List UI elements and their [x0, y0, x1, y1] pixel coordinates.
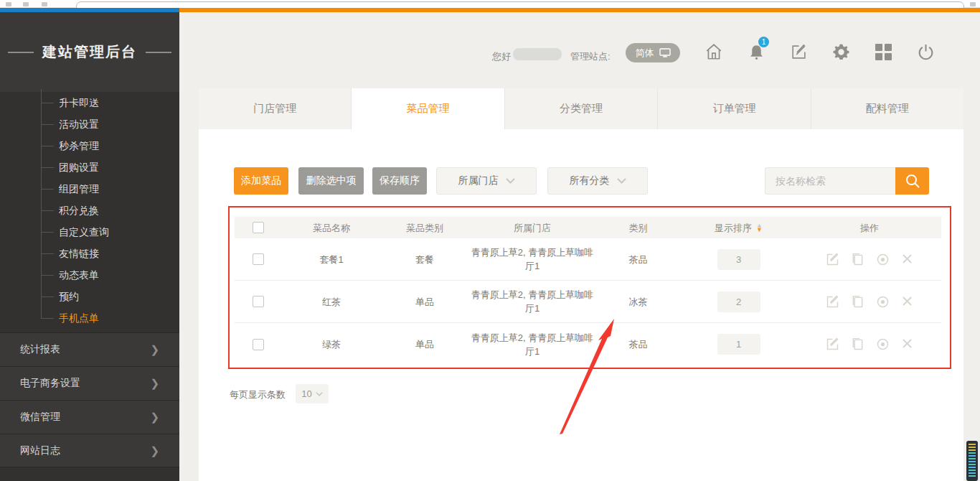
sidebar-section-ecommerce[interactable]: 电子商务设置 ❯	[0, 366, 179, 400]
category-filter-dropdown[interactable]: 所有分类	[547, 167, 648, 195]
notification-badge: 1	[758, 37, 769, 47]
dish-store: 青青原上草2, 青青原上草咖啡厅1	[468, 331, 597, 358]
dish-name: 套餐1	[281, 253, 382, 266]
select-all-checkbox[interactable]	[253, 222, 264, 233]
dish-type: 单品	[382, 295, 468, 309]
table-row: 绿茶 单品 青青原上草2, 青青原上草咖啡厅1 茶品 1	[235, 323, 941, 365]
view-icon[interactable]	[875, 337, 890, 352]
save-order-button[interactable]: 保存顺序	[372, 167, 427, 195]
row-checkbox[interactable]	[253, 339, 264, 350]
row-checkbox[interactable]	[253, 253, 264, 265]
sidebar-submenu: 升卡即送 活动设置 秒杀管理 团购设置 组团管理 积分兑换 自定义查询 友情链接…	[0, 92, 179, 329]
copy-icon[interactable]	[850, 294, 865, 309]
edit-icon[interactable]	[825, 337, 840, 352]
col-sort-order[interactable]: 显示排序 ▲ ▼	[679, 221, 798, 235]
store-filter-dropdown[interactable]: 所属门店	[436, 167, 537, 195]
sidebar-item-mobile-order[interactable]: 手机点单	[0, 307, 179, 329]
edit-icon[interactable]	[825, 294, 840, 309]
home-icon[interactable]	[702, 39, 726, 64]
tab-category-management[interactable]: 分类管理	[505, 88, 658, 129]
sidebar-section-wechat[interactable]: 微信管理 ❯	[0, 400, 179, 434]
col-store: 所属门店	[468, 221, 597, 235]
browser-menu-icon[interactable]	[970, 2, 976, 6]
title-dash-left	[8, 52, 34, 53]
language-pill[interactable]: 简体	[626, 43, 680, 62]
table-header-row: 菜品名称 菜品类别 所属门店 类别 显示排序 ▲ ▼ 操作	[235, 217, 941, 238]
search-button[interactable]	[895, 167, 929, 195]
sidebar-item-booking[interactable]: 预约	[0, 286, 179, 307]
sidebar-item-groupbuy[interactable]: 团购设置	[0, 157, 179, 178]
sort-order-input[interactable]: 2	[717, 291, 760, 312]
dish-category: 冰茶	[597, 295, 679, 309]
dish-table: 菜品名称 菜品类别 所属门店 类别 显示排序 ▲ ▼ 操作 套餐1 套餐 青青原…	[235, 217, 941, 365]
sort-order-input[interactable]: 3	[717, 249, 760, 270]
chevron-right-icon: ❯	[150, 444, 159, 457]
row-checkbox[interactable]	[253, 296, 264, 307]
sidebar-item-dynamic-form[interactable]: 动态表单	[0, 264, 179, 286]
sidebar-section-sitelog[interactable]: 网站日志 ❯	[0, 434, 179, 467]
browser-refresh-icon[interactable]	[42, 2, 47, 6]
monitor-icon	[659, 48, 671, 57]
gear-icon[interactable]	[829, 39, 853, 64]
taskbar-mini-widget[interactable]	[966, 441, 978, 481]
top-header: 您好 管理站点: 简体 1	[179, 12, 980, 88]
title-dash-right	[146, 52, 171, 53]
table-row: 红茶 单品 青青原上草2, 青青原上草咖啡厅1 冰茶 2	[235, 281, 941, 323]
browser-chrome	[0, 0, 980, 8]
delete-selected-button[interactable]: 删除选中项	[298, 167, 364, 195]
app-title: 建站管理后台	[8, 42, 171, 62]
username-redacted	[513, 48, 562, 60]
dish-name: 绿茶	[281, 337, 382, 351]
sort-arrows-icon[interactable]: ▲ ▼	[756, 223, 763, 232]
browser-back-icon[interactable]	[6, 2, 11, 6]
sidebar-item-team[interactable]: 组团管理	[0, 178, 179, 200]
dish-category: 茶品	[597, 253, 679, 266]
chevron-right-icon: ❯	[150, 411, 159, 424]
view-icon[interactable]	[875, 252, 890, 267]
browser-forward-icon[interactable]	[23, 2, 29, 6]
tab-ingredient-management[interactable]: 配料管理	[811, 88, 963, 129]
chevron-right-icon: ❯	[150, 343, 159, 356]
sidebar-item-custom-query[interactable]: 自定义查询	[0, 221, 179, 243]
tab-dish-management[interactable]: 菜品管理	[352, 88, 504, 129]
view-icon[interactable]	[875, 294, 890, 309]
search-icon	[905, 173, 920, 189]
delete-icon[interactable]	[900, 337, 914, 350]
sidebar-item-links[interactable]: 友情链接	[0, 243, 179, 264]
sidebar-item-seckill[interactable]: 秒杀管理	[0, 135, 179, 157]
bell-icon[interactable]: 1	[744, 39, 768, 64]
dish-type: 套餐	[382, 253, 468, 266]
add-dish-button[interactable]: 添加菜品	[234, 167, 288, 195]
tab-store-management[interactable]: 门店管理	[199, 88, 352, 129]
edit-icon[interactable]	[825, 252, 840, 267]
page-size-select[interactable]: 10	[296, 384, 329, 403]
dish-category: 茶品	[597, 337, 679, 351]
dish-name: 红茶	[281, 295, 382, 309]
copy-icon[interactable]	[850, 337, 865, 352]
tab-bar: 门店管理 菜品管理 分类管理 订单管理 配料管理	[199, 88, 963, 129]
chevron-down-icon	[506, 178, 515, 184]
tab-order-management[interactable]: 订单管理	[658, 88, 811, 129]
table-row: 套餐1 套餐 青青原上草2, 青青原上草咖啡厅1 茶品 3	[235, 238, 941, 281]
search-input[interactable]	[765, 167, 895, 195]
power-icon[interactable]	[913, 39, 938, 64]
col-category: 类别	[597, 221, 679, 235]
copy-icon[interactable]	[850, 252, 865, 267]
delete-icon[interactable]	[900, 252, 914, 266]
mini-widget-stripes	[969, 444, 976, 478]
col-dish-type: 菜品类别	[382, 221, 468, 235]
delete-icon[interactable]	[900, 294, 914, 308]
col-actions: 操作	[798, 221, 941, 235]
sidebar: 建站管理后台 升卡即送 活动设置 秒杀管理 团购设置 组团管理 积分兑换 自定义…	[0, 12, 179, 481]
dish-store: 青青原上草2, 青青原上草咖啡厅1	[468, 288, 597, 315]
sidebar-item-activity[interactable]: 活动设置	[0, 113, 179, 135]
apps-grid-icon[interactable]	[871, 39, 895, 64]
sort-order-input[interactable]: 1	[717, 334, 760, 355]
sidebar-item-points[interactable]: 积分兑换	[0, 200, 179, 221]
dish-store: 青青原上草2, 青青原上草咖啡厅1	[468, 246, 597, 273]
chevron-right-icon: ❯	[150, 377, 159, 390]
edit-icon[interactable]	[786, 39, 811, 64]
sidebar-item-card-gift[interactable]: 升卡即送	[0, 92, 179, 113]
sidebar-section-stats[interactable]: 统计报表 ❯	[0, 332, 179, 366]
greeting-text: 您好	[492, 50, 511, 63]
